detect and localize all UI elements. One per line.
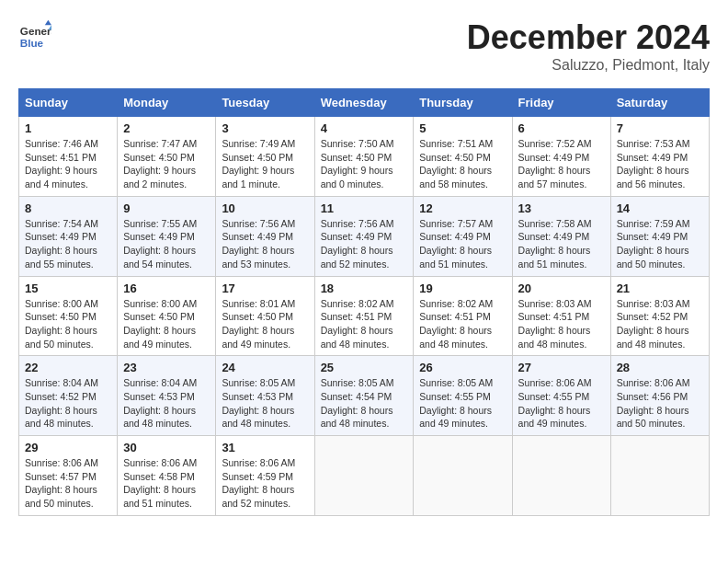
calendar-day-5: 5Sunrise: 7:51 AMSunset: 4:50 PMDaylight… <box>414 117 512 197</box>
calendar-day-11: 11Sunrise: 7:56 AMSunset: 4:49 PMDayligh… <box>314 196 414 276</box>
svg-text:Blue: Blue <box>20 37 44 49</box>
day-number: 1 <box>25 121 111 135</box>
calendar-day-21: 21Sunrise: 8:03 AMSunset: 4:52 PMDayligh… <box>610 276 709 356</box>
day-info: Sunrise: 7:54 AMSunset: 4:49 PMDaylight:… <box>25 218 98 270</box>
calendar-day-26: 26Sunrise: 8:05 AMSunset: 4:55 PMDayligh… <box>414 356 512 436</box>
header-saturday: Saturday <box>610 89 709 117</box>
day-number: 16 <box>123 282 210 295</box>
calendar-day-25: 25Sunrise: 8:05 AMSunset: 4:54 PMDayligh… <box>314 356 414 436</box>
calendar-week-2: 8Sunrise: 7:54 AMSunset: 4:49 PMDaylight… <box>19 196 710 276</box>
day-number: 28 <box>617 361 703 374</box>
day-number: 25 <box>321 361 408 374</box>
calendar-week-3: 15Sunrise: 8:00 AMSunset: 4:50 PMDayligh… <box>19 276 710 356</box>
day-number: 8 <box>25 201 111 215</box>
calendar-day-15: 15Sunrise: 8:00 AMSunset: 4:50 PMDayligh… <box>19 276 118 356</box>
header-row: SundayMondayTuesdayWednesdayThursdayFrid… <box>19 89 710 117</box>
day-number: 27 <box>518 361 605 374</box>
day-info: Sunrise: 7:51 AMSunset: 4:50 PMDaylight:… <box>419 138 493 190</box>
header-friday: Friday <box>512 89 610 117</box>
location-subtitle: Saluzzo, Piedmont, Italy <box>467 57 710 74</box>
day-info: Sunrise: 7:47 AMSunset: 4:50 PMDaylight:… <box>123 138 197 190</box>
day-number: 18 <box>321 282 408 295</box>
day-info: Sunrise: 8:00 AMSunset: 4:50 PMDaylight:… <box>25 298 98 350</box>
day-number: 6 <box>518 121 605 135</box>
day-info: Sunrise: 8:05 AMSunset: 4:53 PMDaylight:… <box>222 377 295 429</box>
title-area: December 2024 Saluzzo, Piedmont, Italy <box>467 18 710 74</box>
day-number: 7 <box>617 121 703 135</box>
day-info: Sunrise: 8:01 AMSunset: 4:50 PMDaylight:… <box>222 298 295 350</box>
day-number: 21 <box>617 282 703 295</box>
day-info: Sunrise: 7:53 AMSunset: 4:49 PMDaylight:… <box>617 138 690 190</box>
empty-cell <box>512 436 610 516</box>
header-monday: Monday <box>118 89 216 117</box>
calendar-day-19: 19Sunrise: 8:02 AMSunset: 4:51 PMDayligh… <box>414 276 512 356</box>
day-number: 20 <box>518 282 605 295</box>
calendar-day-20: 20Sunrise: 8:03 AMSunset: 4:51 PMDayligh… <box>512 276 610 356</box>
calendar-day-1: 1Sunrise: 7:46 AMSunset: 4:51 PMDaylight… <box>19 117 118 197</box>
day-info: Sunrise: 7:46 AMSunset: 4:51 PMDaylight:… <box>25 138 98 190</box>
day-info: Sunrise: 7:57 AMSunset: 4:49 PMDaylight:… <box>419 218 493 270</box>
day-info: Sunrise: 8:06 AMSunset: 4:59 PMDaylight:… <box>222 457 295 509</box>
day-info: Sunrise: 8:02 AMSunset: 4:51 PMDaylight:… <box>321 298 394 350</box>
calendar-day-14: 14Sunrise: 7:59 AMSunset: 4:49 PMDayligh… <box>610 196 709 276</box>
day-number: 15 <box>25 282 111 295</box>
day-info: Sunrise: 7:55 AMSunset: 4:49 PMDaylight:… <box>123 218 197 270</box>
day-number: 29 <box>25 441 111 454</box>
day-number: 2 <box>123 121 210 135</box>
day-info: Sunrise: 8:03 AMSunset: 4:52 PMDaylight:… <box>617 298 690 350</box>
day-info: Sunrise: 8:06 AMSunset: 4:56 PMDaylight:… <box>617 377 690 429</box>
day-info: Sunrise: 8:04 AMSunset: 4:53 PMDaylight:… <box>123 377 197 429</box>
day-info: Sunrise: 8:03 AMSunset: 4:51 PMDaylight:… <box>518 298 592 350</box>
day-number: 24 <box>222 361 308 374</box>
calendar-table: SundayMondayTuesdayWednesdayThursdayFrid… <box>18 88 710 516</box>
calendar-week-4: 22Sunrise: 8:04 AMSunset: 4:52 PMDayligh… <box>19 356 710 436</box>
day-number: 17 <box>222 282 308 295</box>
month-title: December 2024 <box>467 18 710 57</box>
header-sunday: Sunday <box>19 89 118 117</box>
day-number: 13 <box>518 201 605 215</box>
day-number: 5 <box>419 121 506 135</box>
calendar-day-9: 9Sunrise: 7:55 AMSunset: 4:49 PMDaylight… <box>118 196 216 276</box>
day-info: Sunrise: 8:00 AMSunset: 4:50 PMDaylight:… <box>123 298 197 350</box>
calendar-day-22: 22Sunrise: 8:04 AMSunset: 4:52 PMDayligh… <box>19 356 118 436</box>
logo: General Blue <box>18 18 51 52</box>
day-info: Sunrise: 7:58 AMSunset: 4:49 PMDaylight:… <box>518 218 592 270</box>
empty-cell <box>414 436 512 516</box>
day-info: Sunrise: 7:56 AMSunset: 4:49 PMDaylight:… <box>222 218 295 270</box>
day-number: 26 <box>419 361 506 374</box>
day-info: Sunrise: 8:06 AMSunset: 4:55 PMDaylight:… <box>518 377 592 429</box>
day-number: 19 <box>419 282 506 295</box>
calendar-day-23: 23Sunrise: 8:04 AMSunset: 4:53 PMDayligh… <box>118 356 216 436</box>
calendar-day-2: 2Sunrise: 7:47 AMSunset: 4:50 PMDaylight… <box>118 117 216 197</box>
day-number: 11 <box>321 201 408 215</box>
calendar-day-3: 3Sunrise: 7:49 AMSunset: 4:50 PMDaylight… <box>216 117 314 197</box>
day-info: Sunrise: 8:05 AMSunset: 4:54 PMDaylight:… <box>321 377 394 429</box>
calendar-day-6: 6Sunrise: 7:52 AMSunset: 4:49 PMDaylight… <box>512 117 610 197</box>
empty-cell <box>314 436 414 516</box>
calendar-day-27: 27Sunrise: 8:06 AMSunset: 4:55 PMDayligh… <box>512 356 610 436</box>
day-number: 23 <box>123 361 210 374</box>
day-info: Sunrise: 8:02 AMSunset: 4:51 PMDaylight:… <box>419 298 493 350</box>
day-number: 31 <box>222 441 308 454</box>
calendar-week-1: 1Sunrise: 7:46 AMSunset: 4:51 PMDaylight… <box>19 117 710 197</box>
page-header: General Blue December 2024 Saluzzo, Pied… <box>18 18 710 74</box>
calendar-day-31: 31Sunrise: 8:06 AMSunset: 4:59 PMDayligh… <box>216 436 314 516</box>
calendar-day-8: 8Sunrise: 7:54 AMSunset: 4:49 PMDaylight… <box>19 196 118 276</box>
calendar-week-5: 29Sunrise: 8:06 AMSunset: 4:57 PMDayligh… <box>19 436 710 516</box>
calendar-day-28: 28Sunrise: 8:06 AMSunset: 4:56 PMDayligh… <box>610 356 709 436</box>
calendar-day-7: 7Sunrise: 7:53 AMSunset: 4:49 PMDaylight… <box>610 117 709 197</box>
calendar-day-12: 12Sunrise: 7:57 AMSunset: 4:49 PMDayligh… <box>414 196 512 276</box>
day-info: Sunrise: 8:06 AMSunset: 4:57 PMDaylight:… <box>25 457 98 509</box>
calendar-day-13: 13Sunrise: 7:58 AMSunset: 4:49 PMDayligh… <box>512 196 610 276</box>
logo-icon: General Blue <box>18 18 51 52</box>
day-info: Sunrise: 7:59 AMSunset: 4:49 PMDaylight:… <box>617 218 690 270</box>
svg-text:General: General <box>20 25 51 37</box>
day-number: 3 <box>222 121 308 135</box>
day-info: Sunrise: 7:50 AMSunset: 4:50 PMDaylight:… <box>321 138 394 190</box>
header-thursday: Thursday <box>414 89 512 117</box>
empty-cell <box>610 436 709 516</box>
svg-marker-2 <box>45 20 51 25</box>
day-info: Sunrise: 8:06 AMSunset: 4:58 PMDaylight:… <box>123 457 197 509</box>
day-number: 14 <box>617 201 703 215</box>
calendar-day-24: 24Sunrise: 8:05 AMSunset: 4:53 PMDayligh… <box>216 356 314 436</box>
